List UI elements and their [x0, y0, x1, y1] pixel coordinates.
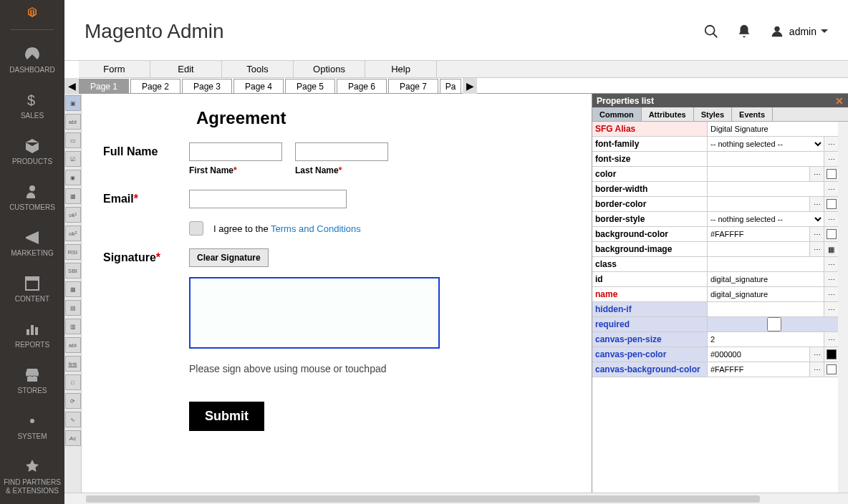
bell-icon[interactable]: [736, 24, 752, 39]
tab-page-4[interactable]: Page 4: [233, 79, 284, 93]
ptab-events[interactable]: Events: [732, 107, 773, 121]
first-name-input[interactable]: [189, 142, 282, 161]
property-action-icon[interactable]: ⋯: [824, 212, 838, 226]
tool-label[interactable]: abI: [65, 114, 81, 130]
property-input[interactable]: [708, 182, 824, 196]
property-input[interactable]: [708, 257, 824, 271]
ptab-common[interactable]: Common: [592, 107, 642, 121]
property-action-icon[interactable]: ⋯: [824, 182, 838, 196]
sidebar-item-products[interactable]: PRODUCTS: [0, 129, 64, 175]
property-action-icon[interactable]: ⋯: [809, 362, 824, 377]
tool-dyn[interactable]: ⟳: [65, 393, 81, 409]
property-action-icon[interactable]: ⋯: [824, 302, 838, 316]
tab-page-3[interactable]: Page 3: [182, 79, 232, 93]
tool-rect[interactable]: □: [65, 374, 81, 390]
signature-pad[interactable]: [189, 277, 440, 349]
menu-form[interactable]: Form: [79, 61, 150, 77]
tool-grid1[interactable]: ▦: [65, 281, 81, 297]
email-input[interactable]: [189, 190, 347, 208]
property-action-icon[interactable]: ⋯: [824, 287, 838, 301]
property-input[interactable]: [708, 332, 824, 346]
color-swatch[interactable]: [824, 227, 838, 241]
tool-ac[interactable]: Ac: [65, 430, 81, 446]
close-icon[interactable]: ✕: [835, 95, 844, 107]
tab-scroll-left[interactable]: ◀: [64, 78, 79, 94]
color-swatch[interactable]: [824, 197, 838, 211]
tab-page-7[interactable]: Page 7: [388, 79, 438, 93]
clear-signature-button[interactable]: Clear Signature: [189, 248, 269, 267]
tool-grid2[interactable]: ▤: [65, 300, 81, 316]
tool-textbox[interactable]: ▭: [65, 132, 81, 148]
property-input[interactable]: [708, 287, 824, 301]
tool-pointer[interactable]: ▣: [65, 95, 81, 111]
tab-page-2[interactable]: Page 2: [130, 79, 180, 93]
property-checkbox[interactable]: [710, 317, 838, 331]
tool-rsl[interactable]: RSI: [65, 244, 81, 260]
menu-tools[interactable]: Tools: [222, 61, 294, 77]
tool-link[interactable]: link: [65, 356, 81, 372]
property-action-icon[interactable]: ⋯: [809, 227, 824, 241]
tab-page-5[interactable]: Page 5: [285, 79, 335, 93]
agree-checkbox[interactable]: [189, 221, 203, 236]
submit-button[interactable]: Submit: [189, 402, 264, 431]
property-input[interactable]: [708, 197, 809, 211]
property-input[interactable]: [708, 167, 809, 181]
last-name-input[interactable]: [295, 142, 388, 161]
property-input[interactable]: [708, 227, 809, 241]
tool-radio[interactable]: ◉: [65, 170, 81, 185]
property-input[interactable]: [708, 362, 809, 377]
search-icon[interactable]: [703, 24, 719, 39]
sidebar-item-sales[interactable]: $SALES: [0, 83, 64, 129]
tool-sbl[interactable]: SBI: [65, 263, 81, 278]
sidebar-item-content[interactable]: CONTENT: [0, 266, 64, 312]
tool-ok2[interactable]: ok²: [65, 226, 81, 241]
property-input[interactable]: [708, 152, 824, 166]
menu-help[interactable]: Help: [365, 61, 437, 77]
property-action-icon[interactable]: ⋯: [809, 347, 824, 362]
sidebar-item-system[interactable]: SYSTEM: [0, 404, 64, 450]
property-input[interactable]: [708, 302, 824, 316]
tool-checkbox[interactable]: ☑: [65, 151, 81, 167]
tab-page-8[interactable]: Pa: [440, 79, 461, 93]
tool-abl2[interactable]: abI: [65, 337, 81, 353]
property-action-icon[interactable]: ⋯: [809, 167, 824, 181]
property-input[interactable]: [708, 272, 824, 286]
property-action-icon[interactable]: ⋯: [809, 197, 824, 211]
sidebar-item-partners[interactable]: FIND PARTNERS & EXTENSIONS: [0, 450, 64, 504]
ptab-styles[interactable]: Styles: [694, 107, 732, 121]
property-select[interactable]: -- nothing selected --: [708, 212, 824, 226]
sidebar-item-reports[interactable]: REPORTS: [0, 312, 64, 358]
sidebar-item-dashboard[interactable]: DASHBOARD: [0, 37, 64, 83]
sidebar-item-customers[interactable]: CUSTOMERS: [0, 175, 64, 220]
sidebar-item-stores[interactable]: STORES: [0, 358, 64, 404]
tool-wave[interactable]: ∿: [65, 412, 81, 427]
property-browse-icon[interactable]: ▦: [824, 242, 838, 256]
user-menu[interactable]: admin: [769, 24, 828, 39]
menu-options[interactable]: Options: [294, 61, 365, 77]
terms-link[interactable]: Terms and Conditions: [271, 223, 361, 234]
ptab-attributes[interactable]: Attributes: [642, 107, 694, 121]
property-action-icon[interactable]: ⋯: [824, 257, 838, 271]
tab-page-1[interactable]: Page 1: [79, 79, 129, 93]
property-input[interactable]: [708, 347, 809, 362]
property-select[interactable]: -- nothing selected --: [708, 137, 824, 151]
tab-scroll-right[interactable]: ▶: [463, 78, 477, 94]
tool-ok1[interactable]: ok¹: [65, 207, 81, 223]
sidebar-item-marketing[interactable]: MARKETING: [0, 220, 64, 266]
property-action-icon[interactable]: ⋯: [824, 272, 838, 286]
property-input[interactable]: [708, 242, 809, 256]
menu-edit[interactable]: Edit: [150, 61, 222, 77]
color-swatch[interactable]: [824, 347, 838, 362]
property-action-icon[interactable]: ⋯: [824, 137, 838, 151]
property-action-icon[interactable]: ⋯: [824, 332, 838, 346]
color-swatch[interactable]: [824, 362, 838, 377]
tab-page-6[interactable]: Page 6: [337, 79, 387, 93]
tool-grid3[interactable]: ▥: [65, 319, 81, 334]
property-action-icon[interactable]: ⋯: [809, 242, 824, 256]
color-swatch[interactable]: [824, 167, 838, 181]
property-action-icon[interactable]: ⋯: [824, 152, 838, 166]
property-input[interactable]: [708, 122, 838, 136]
tool-image[interactable]: ▦: [65, 188, 81, 204]
form-canvas[interactable]: Agreement Full Name First Name* Last Nam…: [82, 94, 592, 493]
horizontal-scrollbar[interactable]: [64, 493, 848, 504]
